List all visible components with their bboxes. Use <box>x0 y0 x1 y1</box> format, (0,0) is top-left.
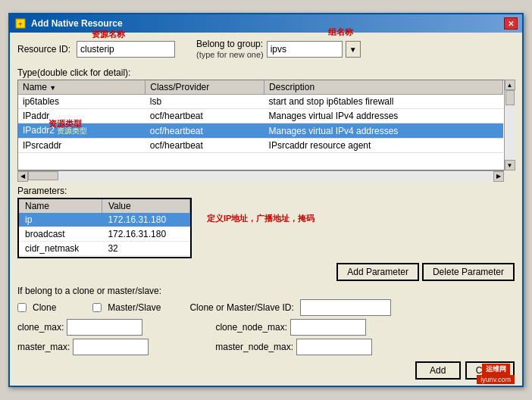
title-bar-left: + Add Native Resource <box>14 17 123 30</box>
parameters-section: Parameters: Name Value <box>17 186 515 258</box>
params-table-container[interactable]: Name Value ip 172.16.31.180 br <box>17 198 192 258</box>
params-table-wrap: Name Value ip 172.16.31.180 br <box>17 198 192 258</box>
type-table-container[interactable]: Name ▼ Class/Provider Description ip6tab… <box>17 80 515 170</box>
param-row-selected[interactable]: ip 172.16.31.180 <box>19 213 190 227</box>
master-max-input[interactable] <box>73 339 149 355</box>
resource-id-input[interactable] <box>77 41 175 58</box>
param-row[interactable]: cidr_netmask 32 <box>19 242 190 256</box>
resource-row: Resource ID: 资源名称 组名称 Belong to group: (… <box>17 39 515 60</box>
master-slave-checkbox[interactable] <box>92 303 102 312</box>
row-name: IPsrcaddr <box>18 139 146 153</box>
type-table-wrap: Name ▼ Class/Provider Description ip6tab… <box>17 80 515 170</box>
add-parameter-button[interactable]: Add Parameter <box>336 263 419 281</box>
clone-master-id-input[interactable] <box>300 299 391 316</box>
footer-row: Add Cancel 运维网 iyunv.com <box>17 361 515 380</box>
close-button[interactable]: ✕ <box>504 17 518 30</box>
resource-id-wrap: 资源名称 <box>77 41 175 58</box>
scroll-up-btn[interactable]: ▲ <box>505 80 515 90</box>
watermark: 运维网 iyunv.com <box>477 364 515 384</box>
clone-checkbox[interactable] <box>17 303 27 312</box>
watermark-line1: 运维网 <box>482 364 510 375</box>
params-body: ip 172.16.31.180 broadcast 172.16.31.180… <box>19 213 190 256</box>
row-provider: ocf/heartbeat <box>146 139 264 153</box>
type-section: Type(double click for detail): Name ▼ Cl… <box>17 67 515 181</box>
group-wrap: 组名称 Belong to group: (type for new one) … <box>196 39 361 60</box>
master-node-max-label: master_node_max: <box>215 342 293 352</box>
row-desc: Manages virtual IPv4 addresses <box>264 123 503 139</box>
row-desc: IPsrcaddr resource agent <box>264 139 503 153</box>
h-scroll-thumb <box>28 171 58 180</box>
watermark-line2: iyunv.com <box>477 375 515 384</box>
type-table-header: Name ▼ Class/Provider Description <box>18 80 503 95</box>
params-table: Name Value ip 172.16.31.180 br <box>19 199 190 256</box>
param-value: 172.16.31.180 <box>102 213 189 227</box>
clone-field-row-1: clone_max: clone_node_max: <box>17 319 515 336</box>
param-row[interactable]: broadcast 172.16.31.180 <box>19 227 190 242</box>
clone-max-input[interactable] <box>67 319 142 336</box>
clone-section: If belong to a clone or master/slave: Cl… <box>17 286 515 355</box>
param-value: 32 <box>102 242 189 256</box>
horiz-scrollbar[interactable]: ◀ ▶ <box>17 170 504 181</box>
params-col-name: Name <box>19 199 102 213</box>
clone-node-max-field: clone_node_max: <box>215 319 366 336</box>
sort-arrow: ▼ <box>49 84 56 92</box>
master-slave-label: Master/Slave <box>108 302 161 313</box>
table-row[interactable]: IPaddr ocf/heartbeat Manages virtual IPv… <box>18 109 503 123</box>
title-bar: + Add Native Resource ✕ <box>10 14 522 33</box>
add-button[interactable]: Add <box>415 361 461 380</box>
clone-checkbox-row: Clone Master/Slave Clone or Master/Slave… <box>17 299 515 316</box>
master-node-max-input[interactable] <box>296 339 372 355</box>
window-title: Add Native Resource <box>31 18 123 29</box>
clone-label: Clone <box>33 302 56 313</box>
col-name: Name ▼ <box>18 80 146 95</box>
col-provider: Class/Provider <box>146 80 264 95</box>
type-annotation: 资源类型 <box>57 127 87 135</box>
scroll-thumb <box>505 90 515 105</box>
scroll-track <box>505 90 515 160</box>
belong-hint: (type for new one) <box>196 50 264 59</box>
row-name: IPaddr <box>18 109 146 123</box>
table-row[interactable]: ip6tables lsb start and stop ip6tables f… <box>18 95 503 109</box>
window-icon: + <box>14 17 27 30</box>
table-row[interactable]: IPsrcaddr ocf/heartbeat IPsrcaddr resour… <box>18 139 503 153</box>
master-max-field: master_max: <box>17 339 149 355</box>
clone-max-field: clone_max: <box>17 319 142 336</box>
delete-parameter-button[interactable]: Delete Parameter <box>422 263 515 281</box>
row-desc: start and stop ip6tables firewall <box>264 95 503 109</box>
master-node-max-field: master_node_max: <box>215 339 372 355</box>
group-annotation: 组名称 <box>328 27 353 36</box>
master-max-label: master_max: <box>17 342 70 352</box>
group-input[interactable] <box>267 41 343 58</box>
param-btn-row: Add Parameter Delete Parameter <box>17 263 515 281</box>
clone-field-row-2: master_max: master_node_max: <box>17 339 515 355</box>
clone-section-label: If belong to a clone or master/slave: <box>17 286 515 296</box>
params-label: Parameters: <box>17 186 515 196</box>
main-window: + Add Native Resource ✕ Resource ID: 资源名… <box>8 13 524 387</box>
table-row-selected[interactable]: IPaddr2 资源类型 ocf/heartbeat Manages virtu… <box>18 123 503 139</box>
resource-annotation: 资源名称 <box>92 29 125 40</box>
params-col-value: Value <box>102 199 189 213</box>
row-name: IPaddr2 资源类型 <box>18 123 146 139</box>
group-annotation-wrap: 组名称 <box>328 27 353 38</box>
type-table: Name ▼ Class/Provider Description ip6tab… <box>18 80 503 153</box>
params-annotation: 定义IP地址，广播地址，掩码 <box>207 213 315 224</box>
type-scrollbar[interactable]: ▲ ▼ <box>504 80 515 170</box>
clone-node-max-label: clone_node_max: <box>215 322 287 333</box>
scroll-down-btn[interactable]: ▼ <box>505 160 515 170</box>
param-name: cidr_netmask <box>19 242 102 256</box>
clone-max-label: clone_max: <box>17 322 64 333</box>
content-area: Resource ID: 资源名称 组名称 Belong to group: (… <box>10 33 522 386</box>
row-provider: lsb <box>146 95 264 109</box>
belong-labels: Belong to group: (type for new one) <box>196 39 264 60</box>
clone-node-max-input[interactable] <box>290 319 366 336</box>
h-scroll-left-btn[interactable]: ◀ <box>17 171 28 182</box>
h-scroll-right-btn[interactable]: ▶ <box>493 171 504 182</box>
params-header: Name Value <box>19 199 190 213</box>
param-name: broadcast <box>19 227 102 242</box>
resource-id-label: Resource ID: <box>17 44 70 55</box>
group-dropdown-btn[interactable]: ▼ <box>346 41 361 58</box>
row-name: ip6tables <box>18 95 146 109</box>
params-row: Name Value ip 172.16.31.180 br <box>17 198 515 258</box>
col-desc: Description <box>264 80 503 95</box>
svg-text:+: + <box>18 20 22 28</box>
